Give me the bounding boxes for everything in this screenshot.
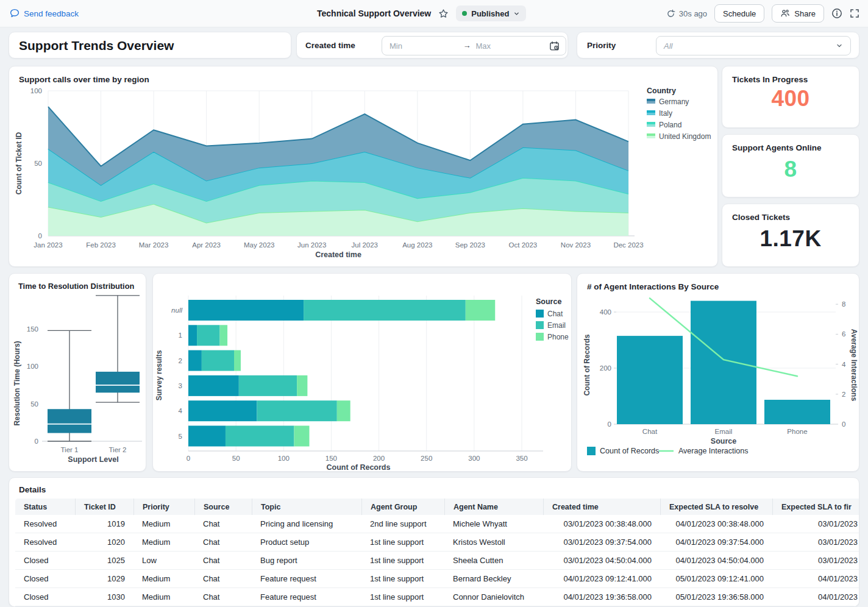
schedule-button[interactable]: Schedule xyxy=(714,4,764,23)
legend-chip xyxy=(587,447,596,455)
tick-label: Aug 2023 xyxy=(402,241,432,249)
priority-select[interactable]: All xyxy=(656,36,851,55)
table-cell: Closed xyxy=(15,570,75,587)
bar-email-4[interactable] xyxy=(257,400,337,421)
share-button[interactable]: Share xyxy=(772,4,824,23)
table-cell: Resolved xyxy=(15,515,75,533)
bar-phone-4[interactable] xyxy=(337,400,350,421)
y-axis-label: Survey results xyxy=(155,350,163,400)
feedback-bubble-icon xyxy=(10,9,20,18)
table-cell: 05/01/2023 09:12:41.000 xyxy=(660,570,772,587)
bar-email-null[interactable] xyxy=(304,300,466,321)
column-header-topic[interactable]: Topic xyxy=(252,499,361,515)
priority-filter-label: Priority xyxy=(587,41,616,50)
bar-email-5[interactable] xyxy=(226,426,294,447)
bar-phone-3[interactable] xyxy=(297,375,307,396)
table-row[interactable]: Closed1029MediumChatFeature request1st l… xyxy=(15,570,859,588)
kpi-value: 400 xyxy=(722,86,859,112)
table-cell: 03/01/2023 xyxy=(772,552,859,569)
chevron-down-icon xyxy=(513,10,520,17)
table-row[interactable]: Resolved1019MediumChatPricing and licens… xyxy=(15,515,859,533)
column-header-priority[interactable]: Priority xyxy=(133,499,194,515)
bar-email[interactable] xyxy=(691,301,756,424)
table-cell: Michele Whyatt xyxy=(444,515,543,533)
info-icon[interactable] xyxy=(831,8,842,19)
bar-phone-null[interactable] xyxy=(466,300,495,321)
calendar-icon[interactable] xyxy=(549,41,560,51)
bar-chat[interactable] xyxy=(617,336,683,424)
tick-label: 2 xyxy=(842,391,845,398)
tick-label: 400 xyxy=(600,308,611,316)
legend-label: Average Interactions xyxy=(678,447,748,455)
favorite-star-icon[interactable] xyxy=(438,9,449,19)
column-header-status[interactable]: Status xyxy=(15,499,75,515)
tick-label: 50 xyxy=(30,400,38,408)
tick-label: Jun 2023 xyxy=(297,241,326,249)
legend-chip xyxy=(647,136,655,138)
kpi-title: Support Agents Online xyxy=(722,135,859,152)
table-cell: Bug report xyxy=(252,552,361,569)
tick-label: 100 xyxy=(30,87,42,94)
tick-label: 150 xyxy=(27,325,38,333)
tick-label: 200 xyxy=(600,364,611,372)
tick-label: 0 xyxy=(38,232,42,240)
kpi-card-closed-tickets: Closed Tickets 1.17K xyxy=(722,204,859,267)
bar-phone-2[interactable] xyxy=(234,350,241,371)
bar-phone-5[interactable] xyxy=(294,426,309,447)
bar-phone[interactable] xyxy=(764,400,830,424)
bar-chat-1[interactable] xyxy=(188,325,197,346)
bar-chat-5[interactable] xyxy=(188,426,226,447)
bar-chat-3[interactable] xyxy=(188,375,239,396)
created-time-range-input[interactable]: → xyxy=(382,36,566,55)
bar-chat-4[interactable] xyxy=(188,400,257,421)
boxplot-card: Time to Resolution Distribution 05010015… xyxy=(9,273,146,472)
column-header-ticket-id[interactable]: Ticket ID xyxy=(75,499,133,515)
column-header-agent-name[interactable]: Agent Name xyxy=(444,499,543,515)
table-header-row: StatusTicket IDPrioritySourceTopicAgent … xyxy=(15,499,859,515)
tick-label: 300 xyxy=(468,455,480,462)
tick-label: 50 xyxy=(232,455,240,462)
boxplot-chart[interactable]: 050100150Tier 1Tier 2Support LevelResolu… xyxy=(9,274,146,471)
table-cell: 05/01/2023 19:36:58.000 xyxy=(660,588,772,606)
share-label: Share xyxy=(794,9,816,18)
legend-chip xyxy=(536,310,544,318)
bar-chat-null[interactable] xyxy=(188,300,304,321)
column-header-source[interactable]: Source xyxy=(194,499,252,515)
bar-email-1[interactable] xyxy=(197,325,220,346)
legend-label: Germany xyxy=(659,98,689,106)
survey-chart-card: null12345050100150200250300350Count of R… xyxy=(152,273,572,472)
combo-chart[interactable]: 020040002468ChatEmailPhoneSourceCount of… xyxy=(577,274,859,471)
column-header-created-time[interactable]: Created time xyxy=(543,499,660,515)
bar-email-2[interactable] xyxy=(202,350,234,371)
table-row[interactable]: Resolved1020MediumChatProduct setup1st l… xyxy=(15,533,859,552)
legend-chip xyxy=(647,122,655,124)
fullscreen-icon[interactable] xyxy=(850,9,859,18)
legend-title: Source xyxy=(536,297,561,306)
column-header-agent-group[interactable]: Agent Group xyxy=(361,499,444,515)
y-axis-label: Resolution Time (Hours) xyxy=(13,341,21,425)
tick-label: Oct 2023 xyxy=(509,241,538,249)
table-cell: 1st line support xyxy=(361,533,444,551)
details-table: StatusTicket IDPrioritySourceTopicAgent … xyxy=(15,499,859,606)
box-tier-1[interactable] xyxy=(48,409,91,433)
created-time-min-input[interactable] xyxy=(388,41,463,51)
box-tier-2[interactable] xyxy=(96,372,140,392)
page-title-card: Support Trends Overview xyxy=(9,32,291,59)
published-label: Published xyxy=(471,9,509,18)
published-dropdown[interactable]: Published xyxy=(456,5,526,21)
table-cell: 04/01/2023 xyxy=(772,570,859,587)
table-row[interactable]: Closed1030MediumChatFeature request1st l… xyxy=(15,588,859,606)
refresh-status[interactable]: 30s ago xyxy=(666,9,707,18)
table-row[interactable]: Closed1025LowChatBug report1st line supp… xyxy=(15,552,859,570)
created-time-max-input[interactable] xyxy=(475,41,550,51)
tick-label: 100 xyxy=(27,363,38,370)
bar-phone-1[interactable] xyxy=(220,325,228,346)
bar-chat-2[interactable] xyxy=(188,350,202,371)
send-feedback-link[interactable]: Send feedback xyxy=(10,0,79,27)
column-header-expected-sla-to-resolve[interactable]: Expected SLA to resolve xyxy=(660,499,772,515)
bar-email-3[interactable] xyxy=(239,375,297,396)
survey-stacked-bar-chart[interactable]: null12345050100150200250300350Count of R… xyxy=(153,274,571,471)
area-chart[interactable]: 050100Jan 2023Feb 2023Mar 2023Apr 2023Ma… xyxy=(9,66,717,266)
right-axis-label: Average Interactions xyxy=(850,329,858,402)
column-header-expected-sla-to-fir[interactable]: Expected SLA to fir xyxy=(772,499,859,515)
